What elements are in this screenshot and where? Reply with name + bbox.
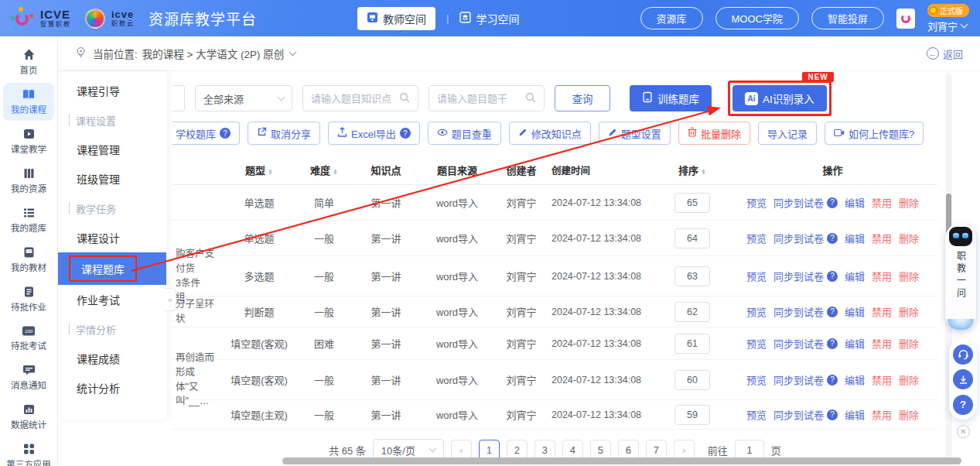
menu-item-course-design[interactable]: 课程设计	[58, 223, 166, 252]
mooc-college-button[interactable]: MOOC学院	[715, 7, 799, 29]
preview-link[interactable]: 预览	[746, 372, 767, 387]
sort-input[interactable]	[674, 334, 710, 354]
ai-assistant-widget[interactable]: 职教一问	[945, 223, 976, 330]
disable-link[interactable]: 禁用	[872, 195, 892, 210]
goto-label: 前往	[708, 443, 728, 457]
menu-item-homework-exams[interactable]: 作业考试	[58, 285, 166, 314]
sync-paper-link[interactable]: 同步到试卷?	[773, 407, 838, 422]
col-difficulty[interactable]: 难度▲▼	[296, 163, 352, 177]
sidebar-item-classroom-teaching[interactable]: 课堂教学	[3, 122, 54, 160]
type-setting-button[interactable]: 题型设置	[599, 122, 671, 145]
help-float-button[interactable]: ?	[953, 395, 973, 415]
col-type[interactable]: 题型▲▼	[222, 163, 296, 177]
edit-knowledge-button[interactable]: 修改知识点	[509, 122, 591, 145]
menu-item-statistical-analysis[interactable]: 统计分析	[58, 373, 166, 403]
edit-link[interactable]: 编辑	[845, 407, 865, 422]
smart-cast-button[interactable]: 智能投屏	[811, 7, 884, 29]
delete-link[interactable]: 删除	[899, 231, 919, 245]
how-upload-button[interactable]: 如何上传题库?	[825, 122, 924, 145]
chevron-down-icon[interactable]	[289, 49, 297, 57]
cancel-share-button[interactable]: 取消分享	[248, 122, 320, 145]
edit-link[interactable]: 编辑	[845, 304, 865, 319]
disable-link[interactable]: 禁用	[872, 407, 892, 422]
preview-link[interactable]: 预览	[746, 195, 767, 210]
disable-link[interactable]: 禁用	[872, 269, 892, 283]
sidebar-item-third-party-apps[interactable]: 第三方应用	[3, 437, 54, 466]
sync-paper-link[interactable]: 同步到试卷?	[773, 269, 838, 283]
preview-link[interactable]: 预览	[746, 336, 767, 351]
sidebar-item-pending-homework[interactable]: 待批作业	[3, 280, 54, 318]
source-select[interactable]: 全部来源	[195, 85, 292, 111]
knowledge-search-input[interactable]	[311, 93, 394, 105]
edit-link[interactable]: 编辑	[845, 231, 865, 245]
delete-link[interactable]: 删除	[899, 195, 919, 210]
download-button[interactable]	[953, 369, 973, 389]
preview-link[interactable]: 预览	[746, 304, 767, 319]
type-select-cut[interactable]	[172, 85, 185, 111]
sidebar-item-data-statistics[interactable]: 数据统计	[3, 398, 54, 436]
stem-search-input[interactable]	[437, 93, 521, 105]
disable-link[interactable]: 禁用	[872, 231, 892, 245]
resource-library-button[interactable]: 资源库	[640, 7, 703, 29]
delete-link[interactable]: 删除	[899, 372, 919, 387]
edit-link[interactable]: 编辑	[845, 336, 865, 351]
menu-collapse-handle[interactable]: «	[165, 288, 176, 311]
customer-service-button[interactable]	[953, 344, 973, 365]
menu-item-course-guide[interactable]: 课程引导	[58, 76, 166, 105]
disable-link[interactable]: 禁用	[872, 336, 892, 351]
sidebar-item-message-notifications[interactable]: 消息通知	[3, 358, 54, 396]
horizontal-scroll-thumb[interactable]	[282, 457, 961, 464]
sort-input[interactable]	[674, 370, 710, 390]
preview-link[interactable]: 预览	[746, 407, 767, 422]
sync-paper-link[interactable]: 同步到试卷?	[773, 304, 838, 319]
sync-paper-link[interactable]: 同步到试卷?	[773, 372, 838, 387]
help-icon: ?	[827, 307, 838, 317]
menu-item-course-grades[interactable]: 课程成绩	[58, 344, 166, 373]
menu-item-course-question-bank[interactable]: 课程题库	[58, 252, 166, 285]
delete-link[interactable]: 删除	[899, 407, 919, 422]
sort-input[interactable]	[674, 302, 710, 322]
training-bank-button[interactable]: 训练题库	[630, 85, 712, 111]
excel-export-button[interactable]: Excel导出 ?	[328, 122, 420, 145]
back-button[interactable]: ← 返回	[927, 46, 963, 61]
user-menu[interactable]: 刘宵宁	[927, 19, 967, 33]
sidebar-item-pending-exams[interactable]: 100 待批考试	[3, 320, 54, 357]
sidebar-item-my-resources[interactable]: 我的资源	[3, 162, 54, 200]
col-sort[interactable]: 排序▲▼	[657, 163, 728, 177]
menu-item-course-management[interactable]: 课程管理	[58, 135, 166, 164]
sidebar-item-my-textbooks[interactable]: 我的教材	[3, 241, 54, 279]
preview-link[interactable]: 预览	[746, 269, 767, 283]
close-widgets-icon[interactable]: ✕	[957, 425, 970, 438]
teacher-space-button[interactable]: 教师空间	[357, 7, 435, 30]
edit-link[interactable]: 编辑	[845, 372, 865, 387]
sidebar-item-home[interactable]: 首页	[3, 43, 54, 81]
batch-delete-button[interactable]: 批量删除	[678, 122, 750, 145]
sort-input[interactable]	[674, 193, 710, 213]
sort-input[interactable]	[674, 266, 710, 286]
breadcrumb[interactable]: 我的课程 > 大学语文 (2P) 原创	[142, 46, 284, 61]
delete-link[interactable]: 删除	[899, 304, 919, 319]
sort-input[interactable]	[674, 405, 710, 425]
edit-link[interactable]: 编辑	[845, 195, 865, 210]
dup-check-button[interactable]: 题目查重	[428, 122, 501, 145]
sync-paper-link[interactable]: 同步到试卷?	[773, 195, 838, 210]
disable-link[interactable]: 禁用	[872, 372, 892, 387]
sidebar-item-my-question-bank[interactable]: 我的题库	[3, 201, 54, 239]
menu-item-class-management[interactable]: 班级管理	[58, 164, 166, 194]
delete-link[interactable]: 删除	[899, 336, 919, 351]
sync-paper-link[interactable]: 同步到试卷?	[773, 231, 838, 245]
mini-logo-icon[interactable]	[896, 9, 915, 29]
sort-input[interactable]	[674, 228, 710, 248]
page-suffix: 页	[771, 443, 781, 457]
school-bank-button[interactable]: 学校题库 ?	[172, 122, 240, 145]
disable-link[interactable]: 禁用	[872, 304, 892, 319]
import-record-button[interactable]: 导入记录	[758, 122, 817, 145]
ai-recognition-button[interactable]: Ai AI识别录入	[732, 85, 827, 111]
sync-paper-link[interactable]: 同步到试卷?	[773, 336, 838, 351]
student-space-button[interactable]: 学习空间	[459, 11, 519, 26]
delete-link[interactable]: 删除	[899, 269, 919, 283]
sidebar-item-my-courses[interactable]: 我的课程	[3, 83, 54, 121]
preview-link[interactable]: 预览	[746, 231, 767, 245]
query-button[interactable]: 查询	[555, 85, 610, 111]
edit-link[interactable]: 编辑	[845, 269, 865, 283]
